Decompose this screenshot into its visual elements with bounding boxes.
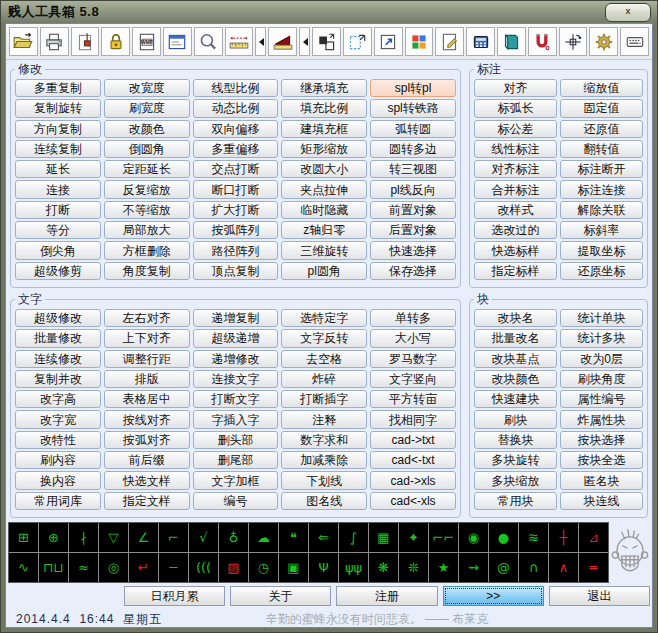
sine-wave-icon[interactable]: ∿ (9, 553, 38, 582)
gear-star2-icon[interactable]: ❊ (399, 553, 428, 582)
command-button[interactable]: 去空格 (281, 350, 367, 368)
command-button[interactable]: 缩放值 (560, 79, 643, 97)
command-button[interactable]: 双向偏移 (193, 120, 279, 138)
command-button[interactable]: 递增复制 (193, 309, 279, 327)
color-blocks-icon[interactable] (405, 27, 434, 56)
command-button[interactable]: 快速建块 (474, 390, 557, 408)
spiral-icon[interactable]: @ (489, 553, 518, 582)
command-button[interactable]: 倒尖角 (15, 241, 101, 259)
command-button[interactable]: 炸属性块 (560, 410, 643, 428)
command-button[interactable]: cad<-txt (370, 451, 456, 469)
curve-graph-icon[interactable]: ∫ (339, 523, 368, 552)
command-button[interactable]: 选改过的 (474, 221, 557, 239)
command-button[interactable]: 快选文样 (104, 471, 190, 489)
command-button[interactable]: 按弧对齐 (104, 431, 190, 449)
command-button[interactable]: 刷块 (474, 410, 557, 428)
command-button[interactable]: 断口打断 (193, 180, 279, 198)
four-star-icon[interactable]: ✦ (399, 523, 428, 552)
command-button[interactable]: 改宽度 (104, 79, 190, 97)
command-button[interactable]: z轴归零 (281, 221, 367, 239)
coil-icon[interactable]: ((( (189, 553, 218, 582)
command-button[interactable]: 图名线 (281, 492, 367, 510)
star-circle-icon[interactable]: ★ (429, 553, 458, 582)
command-button[interactable]: 复制旋转 (15, 99, 101, 117)
gear-star-icon[interactable]: ❋ (369, 553, 398, 582)
command-button[interactable]: pl线反向 (370, 180, 456, 198)
command-button[interactable]: 递增修改 (193, 350, 279, 368)
command-button[interactable]: 刷宽度 (104, 99, 190, 117)
command-button[interactable]: 多块旋转 (474, 451, 557, 469)
command-button[interactable]: 标注连接 (560, 180, 643, 198)
selection-scale-icon[interactable] (343, 27, 372, 56)
command-button[interactable]: 改样式 (474, 201, 557, 219)
table-icon[interactable]: ▦ (369, 523, 398, 552)
command-button[interactable]: 交点打断 (193, 160, 279, 178)
command-button[interactable]: 不等缩放 (104, 201, 190, 219)
zoom-icon[interactable] (194, 27, 223, 56)
leader-hook-icon[interactable]: ↵ (129, 553, 158, 582)
zigzag-icon[interactable]: ≈ (69, 553, 98, 582)
roof-line-icon[interactable]: ∧ (549, 553, 578, 582)
axis-circle-icon[interactable]: ⊕ (39, 523, 68, 552)
command-button[interactable]: 定距延长 (104, 160, 190, 178)
step-leader-icon[interactable]: ⇝ (459, 553, 488, 582)
label-box-icon[interactable]: ▣ (279, 553, 308, 582)
command-button[interactable]: 调整行距 (104, 350, 190, 368)
command-button[interactable]: 还原值 (560, 120, 643, 138)
command-button[interactable]: 标公差 (474, 120, 557, 138)
command-button[interactable]: 连续修改 (15, 350, 101, 368)
area-icon[interactable] (268, 27, 297, 56)
command-button[interactable]: 合并标注 (474, 180, 557, 198)
command-button[interactable]: 倒圆角 (104, 140, 190, 158)
command-button[interactable]: 转三视图 (370, 160, 456, 178)
survey-point-icon[interactable]: ♁ (219, 523, 248, 552)
command-button[interactable]: 快速选择 (370, 241, 456, 259)
about-button[interactable]: 关于 (230, 586, 331, 606)
command-button[interactable]: 局部放大 (104, 221, 190, 239)
command-button[interactable]: 扩大打断 (193, 201, 279, 219)
edit-note-icon[interactable] (435, 27, 464, 56)
command-button[interactable]: 方框删除 (104, 241, 190, 259)
revision-cloud-icon[interactable]: ☁ (249, 523, 278, 552)
command-button[interactable]: 继承填充 (281, 79, 367, 97)
hatch-box-icon[interactable]: ▨ (219, 553, 248, 582)
command-button[interactable]: cad->xls (370, 471, 456, 489)
command-button[interactable]: 统计多块 (560, 329, 643, 347)
command-button[interactable]: 对齐标注 (474, 160, 557, 178)
expand-button[interactable]: >> (443, 586, 544, 606)
lock-icon[interactable] (101, 27, 130, 56)
command-button[interactable]: 连续复制 (15, 140, 101, 158)
command-button[interactable]: 炸碎 (281, 370, 367, 388)
command-button[interactable]: 连接文字 (193, 370, 279, 388)
command-button[interactable]: 批量改名 (474, 329, 557, 347)
command-button[interactable]: 匿名块 (560, 471, 643, 489)
callout-icon[interactable]: ❝ (279, 523, 308, 552)
spring-icon[interactable]: ≋ (519, 523, 548, 552)
command-button[interactable]: 建填充框 (281, 120, 367, 138)
stairs-icon[interactable]: ⌐⌐ (429, 523, 458, 552)
command-button[interactable]: 翻转值 (560, 140, 643, 158)
command-button[interactable]: 多重复制 (15, 79, 101, 97)
command-button[interactable]: 对齐 (474, 79, 557, 97)
coordinate-icon[interactable] (559, 27, 588, 56)
measure-dropdown[interactable] (255, 27, 266, 56)
roughness-icon[interactable]: ▽ (99, 523, 128, 552)
command-button[interactable]: 字插入字 (193, 410, 279, 428)
clock-icon[interactable]: ◷ (249, 553, 278, 582)
command-button[interactable]: 标弧长 (474, 99, 557, 117)
command-button[interactable]: 常用块 (474, 492, 557, 510)
measure-icon[interactable] (225, 27, 254, 56)
command-button[interactable]: 块连线 (560, 492, 643, 510)
parallel-lines-icon[interactable]: ═ (579, 553, 608, 582)
grass-icon[interactable]: ψψ (339, 553, 368, 582)
command-button[interactable]: 圆转多边 (370, 140, 456, 158)
purge-brush-icon[interactable] (71, 27, 100, 56)
command-button[interactable]: 前置对象 (370, 201, 456, 219)
command-button[interactable]: 文字竖向 (370, 370, 456, 388)
command-button[interactable]: 改块名 (474, 309, 557, 327)
command-button[interactable]: 顶点复制 (193, 262, 279, 280)
open-file-icon[interactable] (9, 27, 38, 56)
command-button[interactable]: spl转pl (370, 79, 456, 97)
scale-boxes-icon[interactable] (312, 27, 341, 56)
wmf-export-icon[interactable]: WMF (132, 27, 161, 56)
